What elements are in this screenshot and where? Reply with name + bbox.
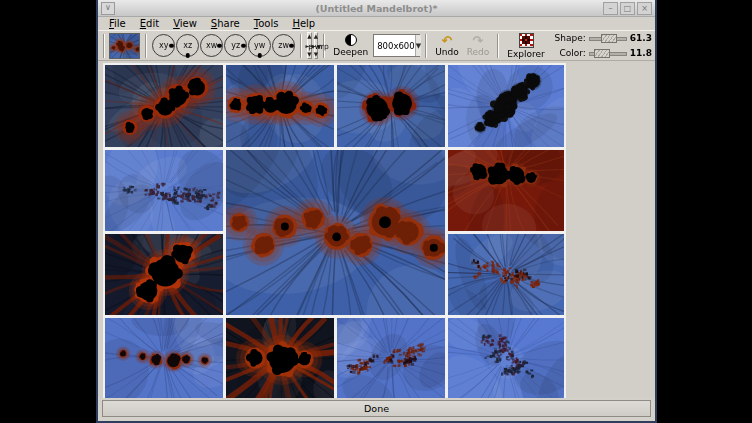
explorer-toggle-button[interactable]: Explorer: [504, 32, 547, 60]
redo-arrow-icon: ↷: [473, 35, 484, 47]
angle-indicator-dot: [169, 43, 174, 48]
minimize-button[interactable]: –: [603, 2, 618, 15]
angle-indicator-dot: [217, 43, 222, 48]
angle-label-zw: zw: [278, 41, 289, 50]
shape-slider[interactable]: [589, 32, 627, 45]
color-slider-value: 11.8: [630, 48, 652, 58]
explorer-cell-bottom-2[interactable]: [226, 318, 334, 398]
resolution-select[interactable]: 800x600 ▼: [373, 34, 420, 57]
warp-up-arrow-icon[interactable]: ▲: [314, 34, 318, 39]
explorer-cell-top-3[interactable]: [337, 65, 445, 147]
explorer-cell-bottom-4[interactable]: [448, 318, 564, 398]
window-title: (Untitled Mandelbrot)*: [98, 3, 655, 14]
fractal-render-bottom-1: [105, 318, 223, 398]
menu-tools[interactable]: Tools: [247, 17, 286, 30]
undo-arrow-icon: ↶: [441, 35, 452, 47]
angle-button-yw[interactable]: yw: [248, 34, 271, 57]
menu-edit[interactable]: Edit: [133, 17, 166, 30]
explorer-cell-top-4[interactable]: [448, 65, 564, 147]
window-menu-icon[interactable]: ∨: [101, 2, 115, 15]
undo-label: Undo: [435, 47, 459, 57]
explorer-cell-mid-right-2[interactable]: [448, 234, 564, 315]
explorer-cell-mid-left-1[interactable]: [105, 150, 223, 231]
menu-view[interactable]: View: [166, 17, 204, 30]
redo-button[interactable]: ↷ Redo: [464, 34, 493, 58]
explorer-mutation-grid: [103, 63, 566, 398]
color-slider[interactable]: [589, 47, 627, 60]
explorer-checker-icon: [519, 33, 534, 48]
toolbar-drag-handle[interactable]: [103, 34, 105, 58]
angle-button-xw[interactable]: xw: [200, 34, 223, 57]
explorer-cell-bottom-1[interactable]: [105, 318, 223, 398]
warp-label: wrp: [315, 41, 318, 50]
fractal-preview-thumbnail[interactable]: [109, 33, 140, 59]
redo-label: Redo: [467, 47, 490, 57]
fractal-render-mid-left-2: [105, 234, 223, 315]
angle-button-xy[interactable]: xy: [152, 34, 175, 57]
toolbar: xyxzxwyzywzw ▲ ▼ ◄ ► pan ▲ ▼ ◄ ► wrp Dee…: [98, 30, 655, 61]
angle-label-xy: xy: [159, 41, 168, 50]
fractal-render-bottom-3: [337, 318, 445, 398]
angle-label-xw: xw: [206, 41, 217, 50]
angle-label-xz: xz: [183, 41, 192, 50]
explorer-cell-top-2[interactable]: [226, 65, 334, 147]
explorer-cell-center[interactable]: [226, 150, 445, 315]
deepen-button[interactable]: Deepen: [330, 33, 371, 58]
fractal-render-top-3: [337, 65, 445, 147]
shape-slider-thumb[interactable]: [601, 34, 617, 43]
app-window: ∨ (Untitled Mandelbrot)* – □ × FileEditV…: [96, 0, 657, 423]
toolbar-separator: [425, 34, 427, 58]
fractal-render-top-2: [226, 65, 334, 147]
angle-label-yz: yz: [231, 41, 240, 50]
shape-slider-value: 61.3: [630, 33, 652, 43]
explorer-workspace: [98, 61, 655, 398]
menu-file[interactable]: File: [102, 17, 133, 30]
close-button[interactable]: ×: [637, 2, 652, 15]
pan-down-arrow-icon[interactable]: ▼: [307, 52, 311, 57]
mutation-sliders: Shape: 61.3 Color: 11.8: [552, 32, 652, 60]
angle-button-zw[interactable]: zw: [272, 34, 295, 57]
fractal-render-top-4: [448, 65, 564, 147]
menubar: FileEditViewShareToolsHelp: [98, 17, 655, 30]
angle-indicator-dot: [185, 53, 190, 58]
maximize-button[interactable]: □: [620, 2, 635, 15]
angle-indicator-dot: [241, 43, 246, 48]
explorer-cell-mid-left-2[interactable]: [105, 234, 223, 315]
angle-button-group: xyxzxwyzywzw: [152, 34, 295, 57]
fractal-preview-canvas: [110, 34, 139, 58]
angle-button-yz[interactable]: yz: [224, 34, 247, 57]
toolbar-separator: [497, 34, 499, 58]
fractal-render-top-1: [105, 65, 223, 147]
fractal-render-center: [226, 150, 445, 315]
fractal-render-bottom-4: [448, 318, 564, 398]
toolbar-separator: [145, 34, 147, 58]
explorer-cell-bottom-3[interactable]: [337, 318, 445, 398]
pan-label: pan: [308, 41, 311, 50]
explorer-cell-mid-right-1[interactable]: [448, 150, 564, 231]
angle-indicator-dot: [257, 53, 262, 58]
angle-indicator-dot: [289, 43, 294, 48]
progress-statusbar: Done: [102, 400, 651, 417]
menu-share[interactable]: Share: [204, 17, 247, 30]
pan-up-arrow-icon[interactable]: ▲: [307, 34, 311, 39]
shape-slider-label: Shape:: [552, 33, 586, 43]
explorer-label: Explorer: [507, 49, 544, 59]
angle-button-xz[interactable]: xz: [176, 34, 199, 57]
chevron-down-icon[interactable]: ▼: [415, 35, 421, 56]
angle-label-yw: yw: [254, 41, 265, 50]
warp-down-arrow-icon[interactable]: ▼: [314, 52, 318, 57]
titlebar: ∨ (Untitled Mandelbrot)* – □ ×: [98, 0, 655, 17]
explorer-cell-top-1[interactable]: [105, 65, 223, 147]
deepen-label: Deepen: [333, 47, 368, 57]
fractal-render-mid-left-1: [105, 150, 223, 231]
fractal-render-mid-right-2: [448, 234, 564, 315]
fractal-render-bottom-2: [226, 318, 334, 398]
undo-button[interactable]: ↶ Undo: [432, 34, 462, 58]
color-slider-label: Color:: [552, 48, 586, 58]
warp-control[interactable]: ▲ ▼ ◄ ► wrp: [314, 32, 319, 59]
resolution-value: 800x600: [374, 41, 414, 51]
toolbar-separator: [300, 34, 302, 58]
menu-help[interactable]: Help: [285, 17, 322, 30]
statusbar-area: Done: [98, 398, 655, 421]
color-slider-thumb[interactable]: [594, 49, 610, 58]
